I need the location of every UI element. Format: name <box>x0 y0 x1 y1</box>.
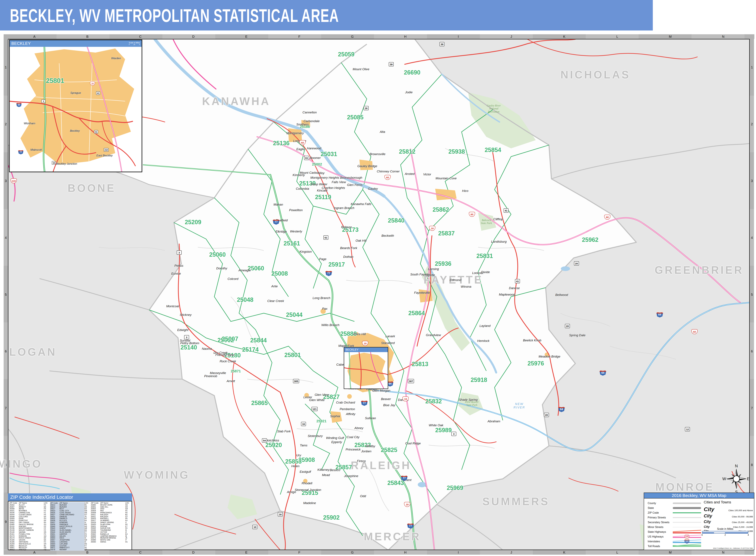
zip-code-label: 25002 <box>312 162 322 167</box>
town-label: Price Hill <box>353 332 366 336</box>
zip-loc-cell: G1 <box>44 524 49 525</box>
zip-loc-cell: F2 <box>44 504 49 506</box>
town-label: Carbondale <box>304 119 320 123</box>
zip-table-row: 25849 GLEN WHITE F7 <box>50 531 91 533</box>
zip-loc-cell: G7 <box>84 549 90 551</box>
zip-table-row: 25036 CANNELTON F1 <box>9 512 50 514</box>
zip-name-cell: LAYLAND <box>60 543 84 545</box>
inset-scale-tick: .25 <box>133 44 135 45</box>
town-label: Stotesbury <box>308 434 323 438</box>
legend-line-sample: 123 <box>673 540 701 544</box>
zip-code-label: 25831 <box>476 252 493 259</box>
state-route-shield: 121 <box>311 407 317 411</box>
grid-row-number: 9 <box>5 520 7 524</box>
page-title: BECKLEY, WV METROPOLITAN STATISTICAL ARE… <box>10 5 339 26</box>
zip-code-cell: 25839 <box>50 524 60 525</box>
state-route-shield: 61 <box>304 156 309 160</box>
interstate-shield-sample: 123 <box>684 539 690 544</box>
zip-loc-cell: D4 <box>44 543 49 545</box>
zip-name-cell: MOUNT HOPE <box>100 504 125 506</box>
zip-table-row: 25938 VICTOR I2 <box>91 531 132 533</box>
grid-column-letter: N <box>722 551 724 554</box>
zip-code-cell: 25036 <box>9 512 19 514</box>
grid-row-number: 1 <box>751 65 753 69</box>
town-label: Princewick <box>346 448 361 451</box>
zip-code-label: 25989 <box>435 427 452 434</box>
town-label: Slab Fork <box>277 429 290 433</box>
town-label: Mountain Cove <box>436 177 457 180</box>
inset-title: BECKLEY <box>11 41 31 46</box>
zip-code-label: 25962 <box>582 236 598 243</box>
grid-row-number: 4 <box>5 236 7 240</box>
town-label: Hemlock <box>477 339 489 343</box>
town-label: Fireco <box>357 459 366 463</box>
zip-name-cell: ODD <box>100 508 125 510</box>
zip-table-row: 25918 SHADY SPRING I7 <box>91 522 132 524</box>
state-route-shield: 3 <box>177 250 182 255</box>
legend-item-label: County <box>648 502 673 505</box>
grid-row-number: 2 <box>751 122 753 126</box>
zip-table-row: 25044 CLEAR CREEK F5 <box>9 514 50 516</box>
grid-row-number: 7 <box>751 406 753 410</box>
town-label: Mabscott <box>31 148 42 151</box>
zip-code-label: 25060 <box>209 251 226 258</box>
town-label: Robson <box>341 225 352 229</box>
grid-column-letter: A <box>33 35 35 39</box>
county-label: LOGAN <box>9 346 57 358</box>
zip-name-cell: SHADY SPRING <box>100 522 125 524</box>
zip-name-cell: RAINELLE <box>100 533 125 535</box>
town-label: Jodie <box>405 91 412 94</box>
zip-loc-cell: E6 <box>84 524 90 525</box>
town-label: Sophia <box>330 414 340 418</box>
zip-table-row: 25140 NAOMA D5 <box>9 531 50 533</box>
zip-code-label: 25862 <box>433 206 449 213</box>
legend-line-sample <box>673 520 701 524</box>
grid-column-letter: B <box>86 551 89 554</box>
town-label: Besoco <box>330 468 340 472</box>
town-label: Abney <box>354 426 363 430</box>
grid-row-number: 4 <box>751 236 753 240</box>
grid-column-letter: G <box>351 551 354 554</box>
state-route-shield: 39 <box>389 62 394 66</box>
zip-table-row: 25186 SMITHERS F2 <box>9 541 50 543</box>
town-label: Killarney <box>317 468 330 472</box>
zip-loc-cell: B2 <box>125 514 131 516</box>
zip-name-cell: SLAB FORK <box>100 524 125 525</box>
zip-name-cell: CANNELTON <box>19 512 44 514</box>
state-route-shield: 41 <box>504 208 509 213</box>
zip-code-cell: 25044 <box>9 514 19 516</box>
beckley-inset-map: BECKLEY Scale in Miles 0.25.5 25801Warde… <box>9 40 142 172</box>
zip-loc-cell: F8 <box>125 524 131 525</box>
zip-name-cell: GAULEY BRIDGE <box>19 524 44 525</box>
grid-column-letter: I <box>458 35 459 39</box>
zip-table-title: ZIP Code Index/Grid Locator <box>8 493 132 501</box>
marketmaps-logo: M arket MAPS On Target. On Time. America… <box>653 0 756 38</box>
county-label: KANAWHA <box>202 95 271 107</box>
grid-row-number: 6 <box>5 349 7 353</box>
legend-line-sample <box>673 516 701 520</box>
grid-column-letter: M <box>669 35 672 39</box>
zip-loc-cell: G7 <box>84 514 90 516</box>
zip-table-row: 25839 FAIRDALE E6 <box>50 524 91 525</box>
town-label: Fayetteville <box>414 291 430 294</box>
compass-w: W <box>722 477 726 481</box>
scale-bar <box>702 531 748 533</box>
town-label: Montcoal <box>166 305 179 308</box>
zip-code-cell: 25813 <box>50 504 60 506</box>
town-label: Pettry Bottom <box>180 341 199 345</box>
town-label: Montgomery Heights Boonesborough <box>310 176 362 179</box>
town-label: Ansted <box>405 172 414 176</box>
town-label: Eunice <box>171 272 181 275</box>
legend-cities-title: Cities and Towns <box>704 500 753 505</box>
legend-item-label: Primary Streets <box>648 516 673 519</box>
grid-column-letter: L <box>616 551 618 554</box>
town-label: Kanawha Falls <box>351 202 371 206</box>
us-highway-shield-sample: 123 <box>684 535 689 539</box>
grid-column-letter: N <box>722 35 724 39</box>
town-label: Beckley Junction <box>56 162 77 166</box>
town-label: Helen <box>291 464 300 468</box>
zip-name-cell: VICTOR <box>100 531 125 533</box>
legend-item: State <box>648 506 702 510</box>
zip-code-cell: 26690 <box>91 541 100 543</box>
zip-code-label: 25801 <box>46 77 64 84</box>
